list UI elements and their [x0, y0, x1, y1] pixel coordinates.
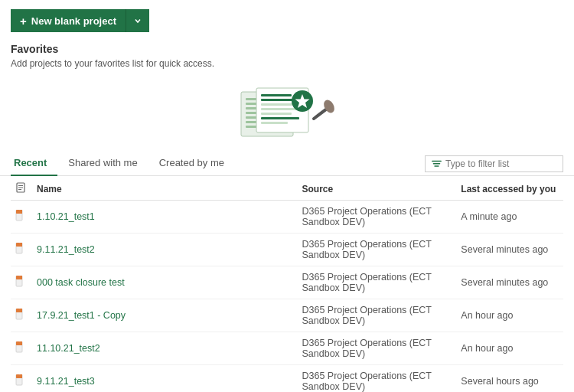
row-source-cell: D365 Project Operations (ECT Sandbox DEV…: [297, 365, 456, 393]
filter-input[interactable]: [445, 158, 556, 169]
row-name-cell[interactable]: 1.10.21_test1: [32, 201, 297, 234]
favorites-illustration: [233, 84, 341, 142]
chevron-down-icon: [134, 17, 142, 24]
plus-icon: +: [20, 15, 27, 28]
table-header-row: Name Source Last accessed by you: [11, 176, 563, 201]
illustration-area: [0, 77, 574, 152]
svg-rect-15: [261, 122, 288, 124]
table-row[interactable]: 17.9.21_test1 - CopyD365 Project Operati…: [11, 299, 563, 332]
favorites-subtitle: Add projects to your favorites list for …: [11, 58, 563, 69]
tab-created-by-me[interactable]: Created by me: [148, 152, 235, 176]
favorites-title: Favorites: [11, 43, 563, 55]
filter-icon: [432, 159, 442, 169]
col-header-name: Name: [32, 176, 297, 201]
table-row[interactable]: 9.11.21_test3D365 Project Operations (EC…: [11, 365, 563, 393]
svg-rect-40: [16, 374, 20, 378]
project-icon: [15, 210, 28, 222]
table-body: 1.10.21_test1D365 Project Operations (EC…: [11, 201, 563, 393]
svg-rect-28: [16, 243, 20, 247]
row-source-cell: D365 Project Operations (ECT Sandbox DEV…: [297, 332, 456, 365]
row-access-cell: A minute ago: [456, 201, 563, 234]
project-icon: [15, 374, 28, 387]
tab-recent[interactable]: Recent: [11, 152, 57, 176]
project-icon: [15, 309, 28, 321]
favorites-section: Favorites Add projects to your favorites…: [0, 40, 574, 77]
row-access-cell: An hour ago: [456, 299, 563, 332]
table-row[interactable]: 1.10.21_test1D365 Project Operations (EC…: [11, 201, 563, 234]
table-row[interactable]: 9.11.21_test2D365 Project Operations (EC…: [11, 234, 563, 266]
row-source-cell: D365 Project Operations (ECT Sandbox DEV…: [297, 266, 456, 299]
row-icon-cell: [11, 365, 32, 393]
row-name-cell[interactable]: 11.10.21_test2: [32, 332, 297, 365]
project-icon: [15, 341, 28, 354]
new-blank-project-button[interactable]: + New blank project: [11, 9, 149, 32]
tab-shared-with-me[interactable]: Shared with me: [57, 152, 148, 176]
projects-table-wrapper: Name Source Last accessed by you 1.10.21…: [0, 176, 574, 392]
svg-rect-14: [261, 117, 299, 119]
svg-rect-37: [16, 341, 20, 345]
row-source-cell: D365 Project Operations (ECT Sandbox DEV…: [297, 299, 456, 332]
svg-rect-34: [16, 309, 20, 312]
row-access-cell: An hour ago: [456, 332, 563, 365]
svg-rect-12: [261, 108, 299, 110]
row-name-cell[interactable]: 17.9.21_test1 - Copy: [32, 299, 297, 332]
row-access-cell: Several hours ago: [456, 365, 563, 393]
table-row[interactable]: 000 task closure testD365 Project Operat…: [11, 266, 563, 299]
row-name-cell[interactable]: 9.11.21_test3: [32, 365, 297, 393]
projects-table: Name Source Last accessed by you 1.10.21…: [11, 176, 563, 392]
svg-rect-13: [261, 113, 292, 115]
project-icon: [15, 243, 28, 255]
col-header-access: Last accessed by you: [456, 176, 563, 201]
row-icon-cell: [11, 332, 32, 365]
row-access-cell: Several minutes ago: [456, 266, 563, 299]
row-icon-cell: [11, 266, 32, 299]
row-icon-cell: [11, 201, 32, 234]
col-header-source: Source: [297, 176, 456, 201]
row-source-cell: D365 Project Operations (ECT Sandbox DEV…: [297, 234, 456, 266]
project-icon: [15, 276, 28, 288]
topbar: + New blank project: [0, 0, 574, 40]
svg-rect-9: [261, 94, 292, 96]
new-project-dropdown-button[interactable]: [126, 9, 149, 32]
tabs-row: Recent Shared with me Created by me: [0, 152, 574, 176]
row-name-cell[interactable]: 000 task closure test: [32, 266, 297, 299]
row-access-cell: Several minutes ago: [456, 234, 563, 266]
table-row[interactable]: 11.10.21_test2D365 Project Operations (E…: [11, 332, 563, 365]
row-name-cell[interactable]: 9.11.21_test2: [32, 234, 297, 266]
new-project-label: New blank project: [31, 15, 116, 27]
svg-rect-11: [261, 103, 295, 106]
row-icon-cell: [11, 299, 32, 332]
row-icon-cell: [11, 234, 32, 266]
svg-rect-31: [16, 276, 20, 279]
svg-rect-25: [16, 210, 20, 214]
document-header-icon: [15, 182, 26, 193]
filter-input-container: [425, 155, 563, 172]
row-source-cell: D365 Project Operations (ECT Sandbox DEV…: [297, 201, 456, 234]
col-header-icon: [11, 176, 32, 201]
